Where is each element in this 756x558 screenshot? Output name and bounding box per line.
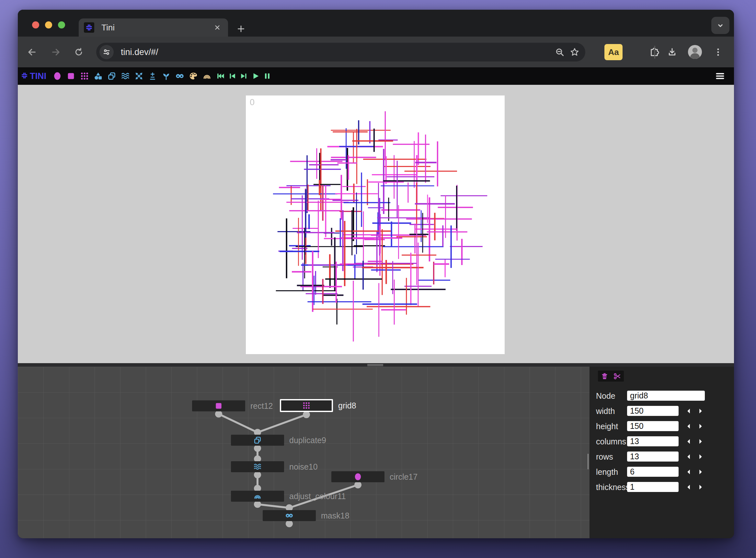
preview-area: 0 xyxy=(18,85,734,363)
bookmark-star-icon[interactable] xyxy=(567,45,582,59)
downloads-icon[interactable] xyxy=(664,44,680,60)
branch-tool[interactable] xyxy=(162,72,171,81)
skip-start-button[interactable] xyxy=(216,72,225,81)
zoom-window-button[interactable] xyxy=(58,21,65,28)
columns-input[interactable] xyxy=(627,436,679,446)
thickness-input[interactable] xyxy=(627,482,679,492)
rows-decrement-arrow[interactable] xyxy=(684,453,693,461)
palette-tool[interactable] xyxy=(189,72,198,81)
node-port[interactable] xyxy=(254,501,261,508)
columns-decrement-arrow[interactable] xyxy=(684,437,693,446)
app-menu-hamburger-icon[interactable] xyxy=(714,71,726,81)
node-duplicate9[interactable] xyxy=(231,435,284,446)
node-graph-editor[interactable]: rect12grid8duplicate9noise10adjust_colou… xyxy=(18,367,589,538)
rows-increment-arrow[interactable] xyxy=(697,453,705,461)
prop-label-thickness: thickness xyxy=(596,482,630,492)
close-window-button[interactable] xyxy=(32,21,39,28)
node-port[interactable] xyxy=(254,471,261,478)
node-noise10[interactable] xyxy=(231,461,284,472)
node-label-duplicate9: duplicate9 xyxy=(289,436,326,445)
shapes-tool[interactable] xyxy=(94,72,103,81)
length-decrement-arrow[interactable] xyxy=(684,468,693,476)
prop-row-width: width xyxy=(589,406,734,416)
prop-row-node-name: Node xyxy=(589,391,734,401)
site-settings-icon[interactable] xyxy=(99,45,114,59)
node-port[interactable] xyxy=(254,445,261,452)
height-input[interactable] xyxy=(627,421,679,431)
rows-input[interactable] xyxy=(627,452,679,461)
prop-row-rows: rows xyxy=(589,452,734,461)
node-port[interactable] xyxy=(286,520,293,527)
node-rect12[interactable] xyxy=(192,400,245,411)
tab-strip: Tini xyxy=(18,10,734,36)
tab-search-chevron-button[interactable] xyxy=(711,17,729,34)
generated-artwork xyxy=(246,96,505,354)
profile-avatar[interactable] xyxy=(687,44,703,59)
node-actions xyxy=(598,371,624,382)
height-increment-arrow[interactable] xyxy=(697,422,705,430)
prop-row-length: length xyxy=(589,467,734,477)
rect-tool[interactable] xyxy=(66,72,75,81)
render-canvas[interactable]: 0 xyxy=(246,96,505,354)
columns-increment-arrow[interactable] xyxy=(697,437,705,446)
length-increment-arrow[interactable] xyxy=(697,468,705,476)
minimize-window-button[interactable] xyxy=(45,21,52,28)
node-label-noise10: noise10 xyxy=(289,462,318,472)
tini-logo[interactable]: TINI xyxy=(20,71,46,81)
grid-tool[interactable] xyxy=(80,72,89,81)
browser-window: Tini tini.dev/#/ Aa TINI xyxy=(18,10,734,538)
mask-tool[interactable] xyxy=(175,72,184,81)
pause-button[interactable] xyxy=(263,72,272,81)
reload-button[interactable] xyxy=(71,44,87,60)
width-input[interactable] xyxy=(627,406,679,416)
node-circle17[interactable] xyxy=(331,471,385,482)
ellipse-tool[interactable] xyxy=(53,72,62,81)
step-forward-button[interactable] xyxy=(239,72,248,81)
play-button[interactable] xyxy=(251,72,260,81)
prop-row-columns: columns xyxy=(589,436,734,446)
node-name-input[interactable] xyxy=(627,391,705,401)
browser-toolbar: tini.dev/#/ Aa xyxy=(18,36,734,67)
zoom-out-icon[interactable] xyxy=(552,45,567,59)
tab-tini[interactable]: Tini xyxy=(79,19,228,36)
aa-extension-button[interactable]: Aa xyxy=(604,44,623,60)
forward-button[interactable] xyxy=(48,44,64,60)
noise-tool[interactable] xyxy=(121,72,130,81)
duplicate-icon xyxy=(253,436,262,445)
new-tab-button[interactable] xyxy=(234,22,248,35)
browser-menu-kebab-icon[interactable] xyxy=(710,44,726,60)
node-grid8[interactable] xyxy=(280,399,333,412)
rainbow-tool[interactable] xyxy=(202,72,212,81)
node-port[interactable] xyxy=(215,410,222,417)
prop-row-height: height xyxy=(589,421,734,431)
node-adjust_colour11[interactable] xyxy=(231,491,284,502)
node-mask18[interactable] xyxy=(263,510,316,521)
tini-logo-text: TINI xyxy=(30,71,46,81)
duplicate-tool[interactable] xyxy=(107,72,116,81)
square-icon xyxy=(214,402,223,410)
tab-close-icon[interactable] xyxy=(212,22,223,33)
node-label-circle17: circle17 xyxy=(390,472,417,482)
splitter-grip xyxy=(367,364,383,365)
splitter-grip xyxy=(367,365,383,366)
height-decrement-arrow[interactable] xyxy=(684,422,693,430)
prop-label-columns: columns xyxy=(596,437,626,446)
node-port[interactable] xyxy=(355,481,362,488)
tini-favicon-icon xyxy=(84,22,94,33)
cut-node-icon[interactable] xyxy=(613,372,621,380)
thickness-decrement-arrow[interactable] xyxy=(684,483,693,491)
url-text[interactable]: tini.dev/#/ xyxy=(121,47,552,57)
thickness-increment-arrow[interactable] xyxy=(697,483,705,491)
horizontal-splitter[interactable] xyxy=(18,363,734,367)
address-bar[interactable]: tini.dev/#/ xyxy=(96,43,585,61)
transform-tool[interactable] xyxy=(135,72,144,81)
width-increment-arrow[interactable] xyxy=(697,407,705,415)
length-input[interactable] xyxy=(627,467,679,477)
back-button[interactable] xyxy=(24,44,40,60)
rainbow-icon xyxy=(253,492,262,500)
node-port[interactable] xyxy=(303,411,310,418)
delete-node-icon[interactable] xyxy=(601,372,609,380)
step-back-button[interactable] xyxy=(228,72,237,81)
width-decrement-arrow[interactable] xyxy=(684,407,693,415)
plus-minus-tool[interactable] xyxy=(148,72,157,81)
